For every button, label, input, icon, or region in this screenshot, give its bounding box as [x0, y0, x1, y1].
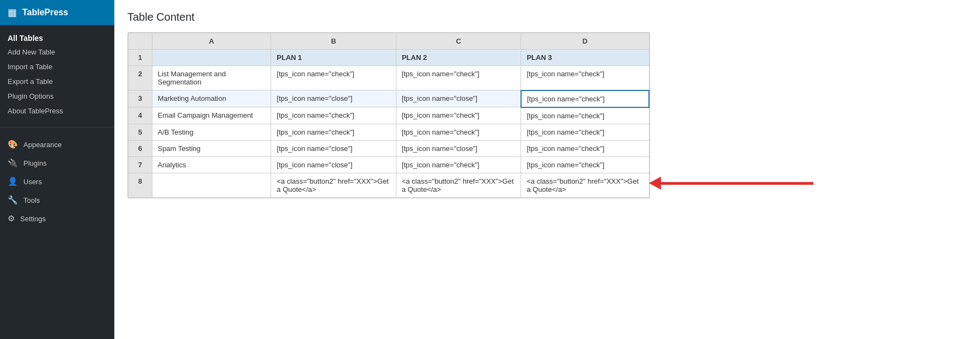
tablepress-nav: All Tables Add New Table Import a Table …: [0, 25, 114, 123]
table-cell[interactable]: [tps_icon name="close"]: [271, 140, 396, 156]
table-cell[interactable]: [tps_icon name="check"]: [521, 140, 649, 156]
table-cell[interactable]: [tps_icon name="check"]: [396, 66, 521, 90]
table-cell[interactable]: Spam Testing: [152, 140, 271, 156]
sidebar-item-label: Add New Table: [8, 48, 55, 56]
table-cell[interactable]: Analytics: [152, 156, 271, 173]
row-num: 3: [128, 90, 152, 107]
sidebar-item-label: Tools: [23, 196, 40, 204]
row-num: 7: [128, 156, 152, 173]
main-content: Table Content A B C D 1: [114, 0, 980, 339]
sidebar-item-label: Users: [23, 178, 42, 186]
row-num: 4: [128, 107, 152, 124]
sidebar-item-plugins[interactable]: 🔌 Plugins: [0, 154, 114, 172]
tablepress-logo-icon: ▦: [8, 7, 17, 19]
sidebar-item-label: Plugin Options: [8, 92, 54, 100]
tools-icon: 🔧: [8, 195, 18, 205]
sidebar-divider: [0, 127, 114, 128]
table-row: 7 Analytics [tps_icon name="close"] [tps…: [128, 156, 650, 173]
table-body: 1 PLAN 1 PLAN 2 PLAN 3 2 List Management…: [128, 50, 650, 198]
table-cell[interactable]: [tps_icon name="close"]: [271, 90, 396, 107]
sidebar-item-settings[interactable]: ⚙ Settings: [0, 209, 114, 228]
table-cell[interactable]: [tps_icon name="check"]: [271, 66, 396, 90]
sidebar-item-label: Settings: [20, 215, 46, 223]
table-cell[interactable]: [tps_icon name="check"]: [521, 107, 649, 124]
col-header-rownum: [128, 33, 152, 50]
table-row: 1 PLAN 1 PLAN 2 PLAN 3: [128, 50, 650, 66]
app-title: TablePress: [22, 8, 68, 17]
table-cell[interactable]: [tps_icon name="check"]: [271, 107, 396, 124]
table-cell[interactable]: <a class="button2" href="XXX">Get a Quot…: [396, 173, 521, 197]
col-header-c: C: [396, 33, 521, 50]
arrow-head: [649, 177, 661, 190]
table-cell[interactable]: <a class="button2" href="XXX">Get a Quot…: [271, 173, 396, 197]
table-cell-highlighted[interactable]: [tps_icon name="check"]: [521, 90, 649, 107]
col-header-a: A: [152, 33, 271, 50]
settings-icon: ⚙: [8, 214, 15, 223]
table-row: 4 Email Campaign Management [tps_icon na…: [128, 107, 650, 124]
table-cell[interactable]: A/B Testing: [152, 124, 271, 140]
table-cell[interactable]: [tps_icon name="close"]: [396, 90, 521, 107]
table-row: 3 Marketing Automation [tps_icon name="c…: [128, 90, 650, 107]
sidebar-item-label: Appearance: [23, 141, 62, 149]
sidebar-item-plugin-options[interactable]: Plugin Options: [0, 89, 114, 104]
row-num: 1: [128, 50, 152, 66]
col-header-b: B: [271, 33, 396, 50]
table-cell[interactable]: PLAN 3: [521, 50, 649, 66]
table-cell[interactable]: [tps_icon name="close"]: [396, 140, 521, 156]
table-cell[interactable]: [tps_icon name="check"]: [521, 66, 649, 90]
table-cell[interactable]: [tps_icon name="check"]: [396, 124, 521, 140]
row-num: 8: [128, 173, 152, 197]
table-row: 5 A/B Testing [tps_icon name="check"] [t…: [128, 124, 650, 140]
table-cell[interactable]: <a class="button2" href="XXX">Get a Quot…: [521, 173, 649, 197]
table-row: 8 <a class="button2" href="XXX">Get a Qu…: [128, 173, 650, 197]
row-num: 6: [128, 140, 152, 156]
sidebar-main-menu: 🎨 Appearance 🔌 Plugins 👤 Users 🔧 Tools ⚙…: [0, 132, 114, 231]
sidebar-item-add-new-table[interactable]: Add New Table: [0, 45, 114, 59]
table-cell[interactable]: Marketing Automation: [152, 90, 271, 107]
row-num: 2: [128, 66, 152, 90]
table-row: 6 Spam Testing [tps_icon name="close"] […: [128, 140, 650, 156]
sidebar-item-export-table[interactable]: Export a Table: [0, 74, 114, 89]
table-cell[interactable]: [tps_icon name="check"]: [521, 156, 649, 173]
plugins-icon: 🔌: [8, 158, 18, 168]
col-header-d: D: [521, 33, 649, 50]
row-num: 5: [128, 124, 152, 140]
all-tables-link[interactable]: All Tables: [8, 34, 43, 43]
sidebar-item-tools[interactable]: 🔧 Tools: [0, 191, 114, 209]
table-cell[interactable]: [tps_icon name="close"]: [271, 156, 396, 173]
table-wrapper: A B C D 1 PLAN 1 PLAN 2 PLAN 3: [127, 32, 650, 198]
users-icon: 👤: [8, 177, 18, 186]
content-table: A B C D 1 PLAN 1 PLAN 2 PLAN 3: [128, 33, 650, 198]
sidebar: ▦ TablePress All Tables Add New Table Im…: [0, 0, 114, 339]
table-cell[interactable]: List Management and Segmentation: [152, 66, 271, 90]
sidebar-item-about-tablepress[interactable]: About TablePress: [0, 104, 114, 118]
page-title: Table Content: [127, 11, 967, 23]
table-cell[interactable]: PLAN 2: [396, 50, 521, 66]
tablepress-section-label: All Tables: [0, 29, 114, 45]
sidebar-item-label: Export a Table: [8, 77, 53, 86]
table-cell[interactable]: [tps_icon name="check"]: [396, 107, 521, 124]
table-cell[interactable]: Email Campaign Management: [152, 107, 271, 124]
table-outer: A B C D 1 PLAN 1 PLAN 2 PLAN 3: [127, 32, 650, 200]
table-cell[interactable]: [tps_icon name="check"]: [396, 156, 521, 173]
red-arrow: [650, 177, 813, 190]
table-cell[interactable]: [tps_icon name="check"]: [271, 124, 396, 140]
sidebar-header[interactable]: ▦ TablePress: [0, 0, 114, 25]
table-cell[interactable]: PLAN 1: [271, 50, 396, 66]
table-row: 2 List Management and Segmentation [tps_…: [128, 66, 650, 90]
sidebar-item-appearance[interactable]: 🎨 Appearance: [0, 135, 114, 154]
sidebar-item-label: About TablePress: [8, 107, 63, 115]
table-header-row: A B C D: [128, 33, 650, 50]
sidebar-item-import-table[interactable]: Import a Table: [0, 59, 114, 74]
arrow-line: [661, 182, 813, 185]
table-cell[interactable]: [tps_icon name="check"]: [521, 124, 649, 140]
table-cell[interactable]: [152, 173, 271, 197]
sidebar-item-label: Plugins: [23, 159, 47, 167]
sidebar-item-users[interactable]: 👤 Users: [0, 172, 114, 191]
sidebar-item-label: Import a Table: [8, 63, 52, 71]
appearance-icon: 🎨: [8, 140, 18, 149]
table-cell[interactable]: [152, 50, 271, 66]
